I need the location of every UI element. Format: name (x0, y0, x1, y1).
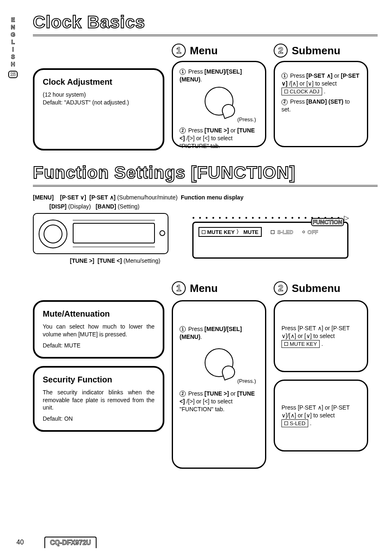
sled-label: S-LED (271, 229, 293, 235)
tune-right-label: [TUNE >] (205, 127, 229, 134)
mute-attenuation-box: Mute/Attenuation You can select how much… (33, 300, 164, 359)
page-number: 40 (16, 539, 24, 546)
clock-adjustment-box: Clock Adjustment (12 hour system) Defaul… (33, 68, 164, 150)
clock-adjustment-sub1: (12 hour system) (43, 91, 154, 99)
language-label: ENGLISH (10, 16, 16, 68)
security-default: Default: ON (43, 415, 154, 423)
t: Press (290, 72, 307, 79)
submenu-sled-text: Press [P·SET ∧] or [P·SET ∨]/[∧] or [∨] … (281, 404, 350, 419)
menu-text-dot: . (201, 76, 202, 83)
mute-key-chip: MUTE KEY (281, 340, 320, 348)
substep-1-icon: 1 (281, 73, 288, 79)
t: Press (188, 326, 205, 332)
clock-adjustment-sub2: Default: "ADJUST" (not adjusted.) (43, 99, 154, 107)
pset-up-label: [P·SET ∧] (307, 72, 333, 79)
t: /[>] or [<] to select "PICTURE" tab. (180, 135, 233, 149)
head-unit-illustration (33, 213, 168, 254)
t: or (231, 390, 237, 397)
step-1-label: Menu (190, 282, 218, 295)
t: Press (188, 390, 205, 397)
security-function-box: Security Function The security indicator… (33, 366, 164, 432)
band-set-label: [BAND] (SET) (307, 98, 344, 105)
t: /[>] or [<] to select "FUNCTION" tab. (180, 398, 233, 412)
t: or (231, 127, 237, 134)
section-title-clock-basics: Clock Basics (33, 12, 378, 32)
step-1-icon: 1 (172, 44, 186, 58)
step-2-label: Submenu (292, 44, 340, 57)
band-key: [BAND] (96, 203, 116, 210)
mute-default: Default: MUTE (43, 342, 154, 350)
submenu-box-clock: 1 Press [P·SET ∧] or [P·SET ∨] /[∧] or [… (274, 61, 368, 147)
sled-chip: S-LED (281, 419, 308, 428)
t: . (201, 333, 202, 340)
substep-1-icon: 1 (180, 69, 186, 75)
substep-2-icon: 2 (281, 99, 288, 105)
disp-note: (Display) (68, 203, 91, 210)
mute-key-chip: MUTE KEY 〉 MUTE (198, 227, 262, 237)
mute-body: You can select how much to lower the vol… (43, 323, 154, 338)
divider (33, 185, 378, 187)
section-title-function-settings: Function Settings [FUNCTION] (33, 163, 378, 183)
press-label: (Press.) (180, 116, 258, 123)
mute-title: Mute/Attenuation (43, 309, 154, 319)
model-badge: CQ-DFX972U (44, 537, 97, 548)
step-2-icon: 2 (274, 44, 288, 58)
t: /[∧] or [∨] to select (289, 80, 337, 87)
tune-note: (Menu/setting) (124, 257, 160, 264)
function-menu-display-label: Function menu display (181, 194, 243, 201)
step-2-icon: 2 (274, 281, 288, 295)
knob-icon (205, 348, 233, 377)
knob-icon (205, 87, 233, 116)
disp-key: [DISP] (49, 203, 67, 210)
menu-key: [MENU] (33, 194, 54, 201)
tune-right-label: [TUNE >] (205, 390, 229, 397)
function-badge: FUNCTION (311, 218, 344, 226)
divider (33, 35, 378, 36)
menu-box-clock: 1 Press [MENU]/[SEL] (MENU). (Press.) 2 … (172, 61, 266, 147)
button-legend-row2: [DISP] (Display) [BAND] (Setting) (33, 203, 378, 210)
submenu-mute-box: Press [P·SET ∧] or [P·SET ∨]/[∧] or [∨] … (274, 300, 368, 372)
menu-box-function: 1 Press [MENU]/[SEL] (MENU). (Press.) 2 … (172, 300, 266, 469)
submenu-sled-box: Press [P·SET ∧] or [P·SET ∨]/[∧] or [∨] … (274, 380, 368, 451)
language-tab: ENGLISH 25 (8, 16, 18, 78)
substep-2-icon: 2 (180, 127, 186, 134)
sled-value: OFF (302, 229, 318, 235)
clock-adj-chip: CLOCK ADJ (281, 88, 322, 96)
t: Press (188, 127, 205, 134)
security-body: The security indicator blinks when the r… (43, 389, 154, 412)
side-page-badge: 25 (8, 71, 18, 78)
press-label: (Press.) (180, 378, 258, 384)
button-legend-row3: [TUNE >] [TUNE <] (Menu/setting) (33, 257, 168, 264)
pset-note: (Submenu/hour/minute) (117, 194, 178, 201)
submenu-mute-text: Press [P·SET ∧] or [P·SET ∨]/[∧] or [∨] … (281, 325, 350, 339)
step-2-label: Submenu (292, 282, 340, 295)
pset-down-key: [P·SET ∨] (60, 194, 86, 201)
band-note: (Setting) (118, 203, 139, 210)
step-1-label: Menu (190, 44, 218, 57)
substep-2-icon: 2 (180, 391, 186, 397)
substep-1-icon: 1 (180, 326, 186, 332)
clock-adjustment-title: Clock Adjustment (43, 77, 154, 87)
t: or (334, 72, 341, 79)
step-1-icon: 1 (172, 281, 186, 295)
security-title: Security Function (43, 375, 154, 384)
tune-left-key: [TUNE <] (97, 257, 122, 264)
t: Press (290, 98, 307, 105)
pset-up-key: [P·SET ∧] (90, 194, 116, 201)
tune-right-key: [TUNE >] (70, 257, 95, 264)
menu-text: Press (188, 68, 205, 75)
button-legend-row1: [MENU] [P·SET ∨] [P·SET ∧] (Submenu/hour… (33, 194, 378, 201)
function-display-panel: FUNCTION MUTE KEY 〉 MUTE S-LED OFF (192, 222, 348, 259)
